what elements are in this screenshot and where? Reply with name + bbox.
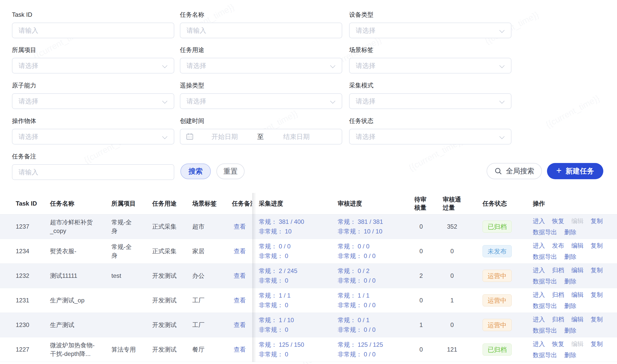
cell-pending-count: 0 bbox=[413, 222, 429, 231]
op-archive-link[interactable]: 归档 bbox=[552, 266, 564, 275]
op-copy-link[interactable]: 复制 bbox=[591, 241, 603, 250]
header-task-status: 任务状态 bbox=[483, 199, 507, 208]
op-enter-link[interactable]: 进入 bbox=[533, 217, 545, 225]
op-copy-link[interactable]: 复制 bbox=[591, 290, 603, 299]
view-remark-link[interactable]: 查看 bbox=[234, 223, 246, 230]
op-edit-link[interactable]: 编辑 bbox=[571, 266, 584, 275]
purpose-select[interactable]: 请选择 bbox=[180, 58, 342, 74]
select-placeholder: 请选择 bbox=[356, 94, 375, 108]
task-remark-input[interactable] bbox=[12, 164, 174, 180]
op-restore-link[interactable]: 恢复 bbox=[552, 340, 564, 348]
op-enter-link[interactable]: 进入 bbox=[533, 290, 545, 299]
collect-regular: 常规： 2 / 245 bbox=[259, 266, 335, 276]
op-enter-link[interactable]: 进入 bbox=[533, 241, 545, 250]
filter-task-id-label: Task ID bbox=[12, 11, 174, 19]
collect-irregular: 非常规： 0 bbox=[259, 300, 335, 310]
view-remark-link[interactable]: 查看 bbox=[234, 248, 246, 254]
reset-button[interactable]: 重置 bbox=[216, 163, 245, 179]
op-delete-link[interactable]: 删除 bbox=[564, 302, 576, 310]
atomic-ability-select[interactable]: 请选择 bbox=[12, 93, 174, 109]
op-edit-link[interactable]: 编辑 bbox=[571, 290, 584, 299]
header-remark: 任务备注 bbox=[232, 199, 252, 208]
op-enter-link[interactable]: 进入 bbox=[533, 315, 545, 324]
view-remark-link[interactable]: 查看 bbox=[234, 272, 246, 279]
target-object-select[interactable]: 请选择 bbox=[12, 129, 174, 144]
teleop-type-select[interactable]: 请选择 bbox=[180, 93, 342, 109]
cell-task-id: 1234 bbox=[16, 247, 46, 256]
cell-collect-progress: 常规： 125 / 150 非常规： 0 bbox=[259, 340, 335, 359]
op-restore-link[interactable]: 恢复 bbox=[552, 217, 564, 225]
op-publish-link[interactable]: 发布 bbox=[552, 241, 564, 250]
op-edit-link[interactable]: 编辑 bbox=[571, 315, 584, 324]
cell-collect-progress: 常规： 381 / 400 非常规： 10 bbox=[259, 217, 335, 236]
collect-irregular: 非常规： 0 bbox=[259, 325, 335, 335]
cell-scene-tag: 办公 bbox=[192, 271, 223, 280]
start-date-input[interactable]: 开始日期 bbox=[194, 129, 256, 144]
filter-atomic-ability-label: 原子能力 bbox=[12, 82, 174, 89]
view-remark-link[interactable]: 查看 bbox=[234, 297, 246, 304]
op-export-link[interactable]: 数据导出 bbox=[533, 228, 557, 236]
cell-review-progress: 常规： 1 / 1 非常规： 0 / 0 bbox=[338, 291, 414, 310]
task-name-input[interactable] bbox=[180, 23, 342, 38]
cell-project: 常规-全身 bbox=[111, 218, 137, 235]
filter-teleop-type: 遥操类型 请选择 bbox=[180, 82, 342, 109]
header-purpose: 任务用途 bbox=[152, 199, 185, 208]
cell-collect-progress: 常规： 1 / 1 非常规： 0 bbox=[259, 291, 335, 310]
collect-mode-select[interactable]: 请选择 bbox=[349, 93, 511, 109]
global-search-button[interactable]: 全局搜索 bbox=[487, 163, 542, 179]
row-operations: 进入恢复编辑复制数据导出删除 bbox=[533, 217, 609, 236]
cell-approved-count: 0 bbox=[441, 247, 464, 256]
op-export-link[interactable]: 数据导出 bbox=[533, 302, 557, 310]
op-export-link[interactable]: 数据导出 bbox=[533, 351, 557, 359]
cell-pending-count: 2 bbox=[413, 271, 429, 280]
cell-collect-progress: 常规： 1 / 10 非常规： 0 bbox=[259, 315, 335, 335]
op-export-link[interactable]: 数据导出 bbox=[533, 277, 557, 286]
cell-scene-tag: 家居 bbox=[192, 247, 223, 256]
collect-irregular: 非常规： 10 bbox=[259, 227, 335, 236]
op-export-link[interactable]: 数据导出 bbox=[533, 326, 557, 335]
row-operations: 进入恢复编辑复制数据导出删除 bbox=[533, 340, 609, 359]
op-copy-link[interactable]: 复制 bbox=[591, 340, 603, 348]
task-id-input[interactable] bbox=[12, 23, 174, 38]
cell-collect-progress: 常规： 2 / 245 非常规： 0 bbox=[259, 266, 335, 285]
header-task-id: Task ID bbox=[16, 199, 46, 208]
device-type-select[interactable]: 请选择 bbox=[349, 23, 511, 38]
global-search-label: 全局搜索 bbox=[506, 166, 534, 176]
op-delete-link[interactable]: 删除 bbox=[564, 326, 576, 335]
collect-irregular: 非常规： 0 bbox=[259, 276, 335, 285]
scene-tag-select[interactable]: 请选择 bbox=[349, 58, 511, 74]
search-button[interactable]: 搜索 bbox=[180, 163, 211, 179]
op-delete-link[interactable]: 删除 bbox=[564, 277, 576, 286]
filter-atomic-ability: 原子能力 请选择 bbox=[12, 82, 174, 109]
task-status-select[interactable]: 请选择 bbox=[349, 129, 511, 144]
op-delete-link[interactable]: 删除 bbox=[564, 252, 576, 261]
header-task-name: 任务名称 bbox=[50, 199, 95, 208]
create-time-range-picker[interactable]: 开始日期 至 结束日期 bbox=[180, 129, 342, 144]
select-placeholder: 请选择 bbox=[186, 94, 206, 108]
cell-task-id: 1230 bbox=[16, 321, 46, 329]
end-date-input[interactable]: 结束日期 bbox=[265, 129, 328, 144]
op-archive-link[interactable]: 归档 bbox=[552, 315, 564, 324]
op-edit-link[interactable]: 编辑 bbox=[571, 340, 584, 348]
filter-create-time-label: 创建时间 bbox=[180, 117, 342, 125]
fixed-column-shadow bbox=[252, 193, 256, 362]
op-archive-link[interactable]: 归档 bbox=[552, 290, 564, 299]
review-irregular: 非常规： 0 / 0 bbox=[338, 300, 414, 310]
op-copy-link[interactable]: 复制 bbox=[591, 315, 603, 324]
view-remark-link[interactable]: 查看 bbox=[234, 346, 246, 353]
op-edit-link[interactable]: 编辑 bbox=[571, 241, 584, 250]
project-select[interactable]: 请选择 bbox=[12, 58, 174, 74]
op-edit-link[interactable]: 编辑 bbox=[571, 217, 584, 225]
view-remark-link[interactable]: 查看 bbox=[234, 321, 246, 328]
op-enter-link[interactable]: 进入 bbox=[533, 340, 545, 348]
op-export-link[interactable]: 数据导出 bbox=[533, 252, 557, 261]
cell-pending-count: 0 bbox=[413, 247, 429, 256]
op-copy-link[interactable]: 复制 bbox=[591, 266, 603, 275]
op-copy-link[interactable]: 复制 bbox=[591, 217, 603, 225]
op-delete-link[interactable]: 删除 bbox=[564, 351, 576, 359]
new-task-button[interactable]: + 新建任务 bbox=[547, 163, 603, 179]
cell-review-progress: 常规： 381 / 381 非常规： 10 / 10 bbox=[338, 217, 414, 236]
header-pending-count: 待审核量 bbox=[414, 195, 428, 212]
op-enter-link[interactable]: 进入 bbox=[533, 266, 545, 275]
op-delete-link[interactable]: 删除 bbox=[564, 228, 576, 236]
